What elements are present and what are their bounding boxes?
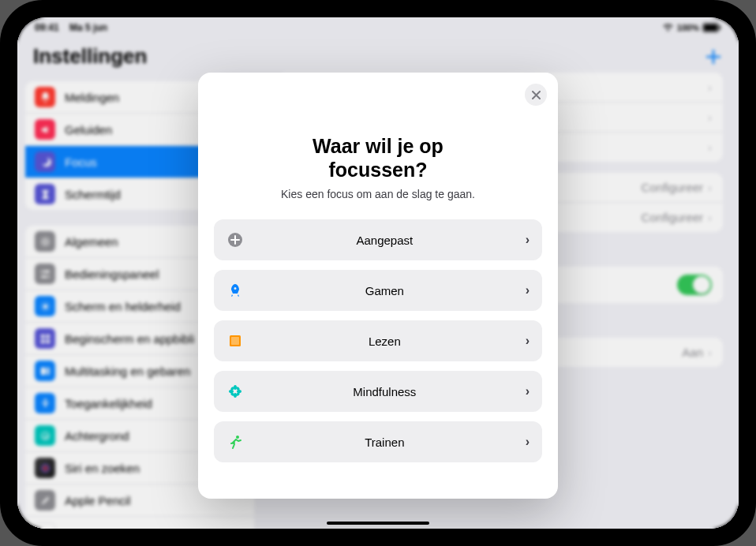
focus-option-label: Trainen — [253, 436, 516, 449]
svg-point-27 — [237, 390, 241, 393]
ipad-frame: 09:41 Ma 5 jun 100% Instellingen — [0, 0, 756, 546]
focus-option-label: Lezen — [253, 335, 516, 348]
focus-option-trainen[interactable]: Trainen › — [214, 421, 542, 462]
svg-point-26 — [229, 390, 234, 393]
runner-icon — [226, 433, 244, 451]
chevron-right-icon: › — [526, 435, 530, 449]
modal-title-line2: focussen? — [328, 159, 427, 181]
focus-option-aangepast[interactable]: Aangepast › — [214, 219, 542, 260]
chevron-right-icon: › — [526, 334, 530, 348]
chevron-right-icon: › — [526, 283, 530, 297]
modal-header: Waar wil je op focussen? Kies een focus … — [212, 85, 544, 219]
svg-point-24 — [234, 385, 237, 390]
focus-option-lezen[interactable]: Lezen › — [214, 320, 542, 361]
svg-point-32 — [236, 436, 239, 439]
chevron-right-icon: › — [526, 233, 530, 247]
chevron-right-icon: › — [526, 384, 530, 398]
rocket-icon — [226, 282, 244, 299]
plus-circle-icon — [226, 231, 244, 249]
focus-picker-modal: Waar wil je op focussen? Kies een focus … — [198, 73, 558, 499]
screen: 09:41 Ma 5 jun 100% Instellingen — [17, 17, 739, 529]
focus-option-label: Aangepast — [253, 234, 516, 247]
focus-option-mindfulness[interactable]: Mindfulness › — [214, 371, 542, 412]
focus-option-label: Mindfulness — [253, 385, 516, 398]
svg-point-25 — [234, 393, 237, 398]
close-icon — [532, 91, 541, 99]
book-icon — [226, 332, 244, 350]
close-button[interactable] — [525, 84, 547, 106]
modal-title-line1: Waar wil je op — [313, 135, 443, 157]
focus-option-label: Gamen — [253, 284, 516, 297]
flower-icon — [226, 383, 244, 400]
modal-subtitle: Kies een focus om aan de slag te gaan. — [228, 188, 528, 200]
svg-rect-23 — [231, 337, 239, 345]
focus-option-gamen[interactable]: Gamen › — [214, 270, 542, 311]
home-indicator[interactable] — [327, 522, 429, 525]
modal-title: Waar wil je op focussen? — [228, 134, 528, 181]
focus-option-list: Aangepast › Gamen › Lezen › — [212, 219, 544, 462]
